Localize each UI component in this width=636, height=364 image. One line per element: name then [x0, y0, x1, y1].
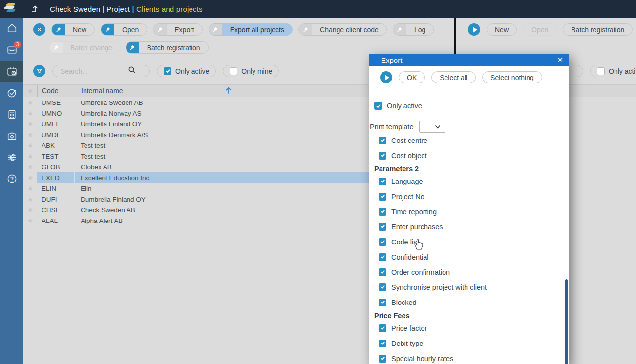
star-icon[interactable]: ★	[23, 174, 37, 182]
dialog-title-bar[interactable]: Export ✕	[369, 54, 569, 66]
export-option-cost-centre[interactable]: Cost centre	[369, 133, 569, 148]
pin-icon[interactable]	[49, 42, 63, 53]
checkbox[interactable]	[374, 102, 382, 110]
export-option-special-hourly-rates[interactable]: Special hourly rates	[369, 351, 569, 364]
export-option-cost-object[interactable]: Cost object	[369, 148, 569, 163]
sidebar-item-home[interactable]	[0, 18, 23, 39]
star-icon[interactable]: ★	[23, 121, 37, 128]
only-mine-filter[interactable]: Only mine	[223, 65, 279, 77]
checkbox[interactable]	[230, 67, 237, 75]
export-option-synchronise-project-with-client[interactable]: Synchronise project with client	[369, 280, 569, 295]
checkbox[interactable]	[379, 324, 386, 332]
star-icon[interactable]: ★	[23, 99, 37, 106]
star-column-header[interactable]: ★	[23, 85, 37, 97]
pin-icon[interactable]	[393, 24, 406, 35]
run-button[interactable]	[468, 23, 480, 36]
export-option-debit-type[interactable]: Debit type	[369, 336, 569, 351]
checkbox[interactable]	[379, 283, 386, 291]
name-column-header[interactable]: Internal name	[75, 85, 237, 97]
export-option-project-no[interactable]: Project No	[369, 189, 569, 204]
search-icon[interactable]	[128, 66, 136, 76]
checkbox[interactable]	[379, 178, 386, 185]
filter-button[interactable]	[33, 65, 45, 77]
export-option-enter-purchases[interactable]: Enter purchases	[369, 219, 569, 234]
sort-ascending-icon[interactable]	[224, 86, 233, 96]
new-button[interactable]: New	[51, 23, 95, 36]
sidebar-item-projects[interactable]	[0, 125, 23, 146]
log-button[interactable]: Log	[393, 23, 434, 36]
checkbox[interactable]	[379, 268, 386, 276]
checkbox[interactable]	[164, 67, 171, 75]
export-button[interactable]: Export	[153, 23, 202, 36]
star-icon[interactable]: ★	[23, 185, 37, 192]
checkbox[interactable]	[379, 223, 386, 231]
export-option-language[interactable]: Language	[369, 174, 569, 189]
pin-icon[interactable]	[153, 24, 167, 35]
pin-icon[interactable]	[209, 24, 222, 35]
star-icon[interactable]: ★	[23, 217, 37, 224]
sidebar-item-inbox[interactable]: 3	[0, 39, 23, 61]
export-option-order-confirmation[interactable]: Order confirmation	[369, 264, 569, 280]
star-icon[interactable]: ★	[23, 163, 37, 171]
star-icon[interactable]: ★	[23, 196, 37, 203]
up-arrow-icon[interactable]	[30, 3, 41, 14]
checkbox[interactable]	[379, 253, 386, 261]
clients-toolbar-row2: Batch changeBatch registration	[49, 41, 209, 54]
run-export-button[interactable]	[380, 71, 392, 83]
checkbox[interactable]	[379, 299, 386, 306]
open-button[interactable]: Open	[523, 23, 556, 36]
select-all-button[interactable]: Select all	[431, 71, 476, 83]
checkbox-label: Only mine	[241, 67, 272, 75]
select-nothing-button[interactable]: Select nothing	[482, 71, 542, 83]
change-client-code-button[interactable]: Change client code	[298, 23, 387, 36]
pin-icon[interactable]	[101, 24, 114, 35]
sidebar-item-settings[interactable]	[0, 146, 23, 168]
star-icon[interactable]: ★	[23, 206, 37, 214]
batch-change-button[interactable]: Batch change	[49, 41, 121, 54]
export-option-code-list[interactable]: Code list	[369, 234, 569, 249]
only-active-filter[interactable]: Only active	[590, 65, 636, 77]
batch-registration-button[interactable]: Batch registration	[563, 23, 633, 36]
pin-icon[interactable]	[299, 24, 312, 35]
checkbox[interactable]	[379, 355, 386, 363]
export-options-list: Cost centreCost objectParameters 2Langua…	[369, 133, 569, 364]
sidebar-item-calculator[interactable]	[0, 103, 23, 125]
checkbox[interactable]	[597, 67, 605, 75]
ok-button[interactable]: OK	[399, 71, 425, 83]
sidebar-item-calendar-active[interactable]	[0, 61, 23, 82]
code-column-header[interactable]: Code	[37, 85, 75, 97]
print-template-select[interactable]	[419, 121, 445, 133]
search-input[interactable]	[60, 67, 128, 76]
new-button[interactable]: New	[487, 23, 517, 36]
dialog-scrollbar[interactable]	[565, 279, 568, 364]
close-panel-button[interactable]	[33, 23, 45, 36]
export-option-blocked[interactable]: Blocked	[369, 295, 569, 310]
pin-icon[interactable]	[126, 42, 139, 53]
export-option-time-reporting[interactable]: Time reporting	[369, 204, 569, 219]
close-icon[interactable]: ✕	[557, 56, 563, 64]
star-icon[interactable]: ★	[23, 110, 37, 117]
checkbox[interactable]	[379, 340, 386, 347]
checkbox-label: Special hourly rates	[391, 355, 453, 363]
sidebar-item-help[interactable]	[0, 168, 23, 189]
pin-icon[interactable]	[52, 24, 65, 35]
export-all-projects-button[interactable]: Export all projects	[209, 23, 293, 36]
open-button[interactable]: Open	[101, 23, 147, 36]
checkbox[interactable]	[379, 193, 386, 201]
only-active-filter[interactable]: Only active	[157, 65, 216, 77]
calculator-icon	[6, 108, 18, 121]
sidebar-item-goals[interactable]	[0, 82, 23, 103]
checkbox[interactable]	[379, 152, 386, 160]
export-option-confidential[interactable]: Confidential	[369, 249, 569, 264]
checkbox[interactable]	[379, 208, 386, 216]
app-window: Check Sweden | Project | Clients and pro…	[0, 0, 636, 364]
export-option-price-factor[interactable]: Price factor	[369, 321, 569, 336]
checkbox[interactable]	[379, 137, 386, 144]
app-logo-icon[interactable]	[0, 0, 20, 18]
only-active-option[interactable]: Only active	[374, 102, 569, 110]
star-icon[interactable]: ★	[23, 153, 37, 160]
star-icon[interactable]: ★	[23, 131, 37, 139]
star-icon[interactable]: ★	[23, 142, 37, 149]
checkbox[interactable]	[379, 238, 386, 246]
batch-registration-button[interactable]: Batch registration	[126, 41, 209, 54]
